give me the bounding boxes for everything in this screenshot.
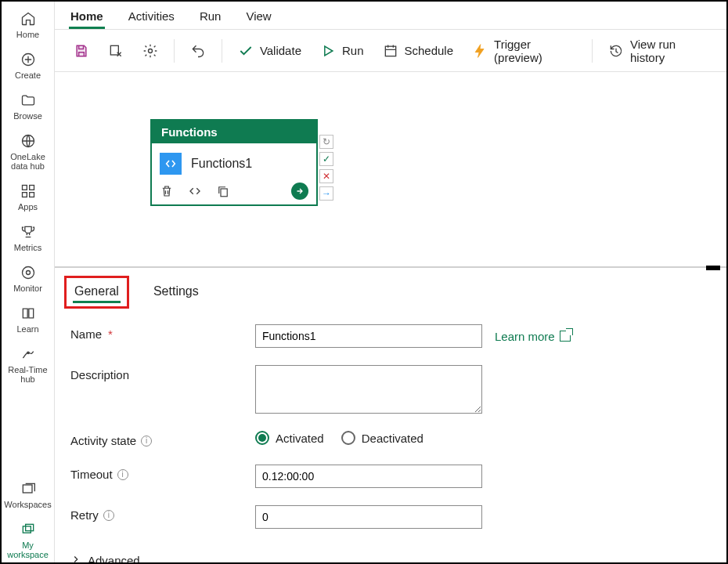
- workspaces-icon: [19, 479, 38, 498]
- trophy-icon: [19, 222, 38, 241]
- top-tabs: Home Activities Run View: [55, 2, 726, 30]
- play-icon: [320, 43, 336, 59]
- row-state: Activity statei Activated Deactivated: [70, 431, 711, 447]
- external-link-icon: [560, 331, 571, 342]
- home-icon: [19, 9, 38, 28]
- check-icon: [238, 43, 254, 59]
- nav-label: My workspace: [3, 540, 53, 559]
- edit-script-button[interactable]: [100, 38, 132, 63]
- state-radio-group: Activated Deactivated: [255, 431, 423, 445]
- row-retry: Retryi: [70, 505, 711, 529]
- connector-success-icon[interactable]: ✓: [319, 152, 333, 166]
- activity-card-functions[interactable]: Functions Functions1: [150, 119, 318, 206]
- realtime-icon: [19, 345, 38, 363]
- nav-browse[interactable]: Browse: [3, 88, 53, 124]
- properties-tabs: General Settings: [55, 276, 726, 309]
- monitor-icon: [19, 263, 38, 282]
- nav-create[interactable]: Create: [3, 47, 53, 83]
- radio-activated[interactable]: Activated: [255, 431, 324, 445]
- nav-label: Browse: [13, 111, 42, 121]
- svg-rect-9: [23, 485, 32, 493]
- description-label: Description: [70, 365, 255, 381]
- save-button[interactable]: [66, 38, 97, 63]
- copy-icon[interactable]: [216, 184, 230, 198]
- connector-loop-icon[interactable]: ↻: [319, 135, 333, 149]
- name-input[interactable]: [255, 324, 482, 348]
- svg-point-7: [26, 271, 30, 275]
- delete-icon[interactable]: [160, 184, 174, 198]
- plus-circle-icon: [19, 50, 38, 69]
- info-icon[interactable]: i: [141, 436, 152, 446]
- undo-icon: [190, 43, 206, 59]
- properties-panel: General Settings Name* Learn more Descri…: [55, 268, 726, 562]
- nav-label: Learn: [16, 324, 38, 334]
- nav-label: Metrics: [14, 243, 41, 252]
- trigger-button[interactable]: Trigger (preview): [464, 33, 584, 69]
- radio-deactivated[interactable]: Deactivated: [341, 431, 423, 445]
- folder-icon: [19, 91, 38, 110]
- tab-home[interactable]: Home: [69, 6, 105, 29]
- schedule-button[interactable]: Schedule: [375, 38, 462, 63]
- tab-run[interactable]: Run: [198, 6, 223, 29]
- activity-name: Functions1: [191, 157, 252, 171]
- advanced-label: Advanced: [88, 554, 140, 562]
- pipeline-canvas[interactable]: Functions Functions1 ↻ ✓ ✕ →: [55, 72, 726, 268]
- nav-onelake[interactable]: OneLake data hub: [3, 128, 53, 174]
- connector-fail-icon[interactable]: ✕: [319, 169, 333, 183]
- script-edit-icon: [108, 43, 124, 59]
- toolbar: Validate Run Schedule Trigger (preview) …: [55, 30, 726, 72]
- history-icon: [608, 43, 624, 59]
- view-history-button[interactable]: View run history: [600, 33, 715, 69]
- advanced-toggle[interactable]: Advanced: [55, 554, 726, 562]
- nav-my-workspace[interactable]: My workspace: [3, 517, 53, 562]
- validate-button[interactable]: Validate: [230, 38, 309, 63]
- nav-label: Create: [15, 70, 41, 80]
- functions-icon: [160, 153, 182, 175]
- undo-button[interactable]: [182, 38, 214, 63]
- execute-icon[interactable]: [291, 183, 308, 200]
- settings-button[interactable]: [135, 38, 166, 63]
- schedule-label: Schedule: [405, 44, 454, 57]
- ptab-settings[interactable]: Settings: [152, 283, 200, 302]
- resize-handle[interactable]: [706, 266, 720, 270]
- nav-metrics[interactable]: Metrics: [3, 219, 53, 255]
- tab-view[interactable]: View: [244, 6, 272, 29]
- globe-icon: [19, 132, 38, 150]
- nav-workspaces[interactable]: Workspaces: [3, 476, 53, 512]
- run-label: Run: [342, 44, 364, 57]
- svg-rect-4: [22, 193, 27, 197]
- calendar-icon: [383, 43, 398, 59]
- description-input[interactable]: [255, 365, 482, 414]
- nav-learn[interactable]: Learn: [3, 301, 53, 337]
- gear-icon: [142, 43, 158, 59]
- nav-apps[interactable]: Apps: [3, 179, 53, 215]
- book-icon: [19, 304, 38, 323]
- row-timeout: Timeouti: [70, 465, 711, 488]
- svg-rect-3: [29, 186, 34, 190]
- nav-label: Workspaces: [4, 500, 51, 509]
- svg-point-13: [149, 49, 153, 52]
- trigger-label: Trigger (preview): [494, 38, 576, 64]
- svg-rect-12: [110, 45, 118, 55]
- validate-label: Validate: [260, 44, 301, 57]
- activity-footer: [152, 178, 316, 204]
- info-icon[interactable]: i: [103, 510, 114, 521]
- info-icon[interactable]: i: [117, 469, 128, 480]
- nav-label: Real-Time hub: [3, 365, 53, 384]
- timeout-input[interactable]: [255, 465, 482, 488]
- svg-rect-2: [22, 186, 27, 190]
- run-button[interactable]: Run: [312, 38, 372, 63]
- left-nav-rail: Home Create Browse OneLake data hub Apps…: [2, 2, 55, 562]
- nav-monitor[interactable]: Monitor: [3, 260, 53, 296]
- connector-skip-icon[interactable]: →: [319, 186, 333, 201]
- learn-more-link[interactable]: Learn more: [495, 330, 571, 343]
- retry-input[interactable]: [255, 505, 482, 529]
- svg-rect-10: [23, 526, 31, 533]
- main-area: Home Activities Run View Validate Run Sc…: [55, 2, 726, 562]
- nav-realtime[interactable]: Real-Time hub: [3, 342, 53, 387]
- nav-home[interactable]: Home: [3, 6, 53, 42]
- ptab-settings-wrapper: Settings: [143, 276, 209, 309]
- ptab-general[interactable]: General: [73, 283, 121, 302]
- tab-activities[interactable]: Activities: [127, 6, 176, 29]
- code-icon[interactable]: [188, 184, 202, 198]
